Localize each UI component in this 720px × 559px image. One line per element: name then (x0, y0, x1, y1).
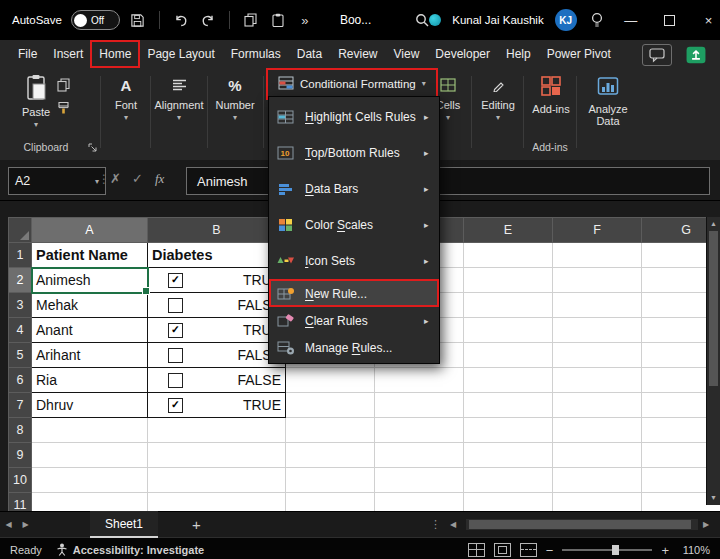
zoom-in-button[interactable]: + (661, 543, 669, 558)
checkbox-unchecked[interactable] (168, 298, 183, 313)
cell[interactable]: FALSE (148, 343, 286, 368)
cell[interactable] (286, 418, 375, 443)
cell[interactable]: Patient Name (32, 243, 148, 268)
cell[interactable] (286, 393, 375, 418)
row-header-8[interactable]: 8 (9, 418, 32, 443)
select-all-corner[interactable] (9, 218, 32, 243)
conditional-formatting-button[interactable]: Conditional Formatting ▾ (270, 72, 434, 96)
cell[interactable] (464, 418, 553, 443)
font-group-button[interactable]: A Font ▾ (103, 74, 149, 144)
dialog-launcher-icon[interactable] (88, 143, 97, 152)
cell[interactable]: ✓TRUE (148, 318, 286, 343)
cell[interactable] (375, 368, 464, 393)
cell[interactable]: Animesh (32, 268, 148, 293)
checkbox-checked[interactable]: ✓ (168, 273, 183, 288)
column-header-b[interactable]: B (148, 218, 286, 243)
cell[interactable] (464, 343, 553, 368)
zoom-out-button[interactable]: − (546, 543, 554, 558)
cell[interactable] (553, 318, 642, 343)
cell[interactable] (148, 443, 286, 468)
cell[interactable] (464, 368, 553, 393)
cell[interactable] (32, 468, 148, 493)
tab-page-layout[interactable]: Page Layout (139, 41, 222, 67)
page-layout-view-icon[interactable] (494, 543, 511, 557)
toolbar-overflow-icon[interactable]: » (296, 11, 314, 29)
cell[interactable] (375, 393, 464, 418)
tab-home[interactable]: Home (91, 41, 139, 67)
hscroll-left-icon[interactable]: ◀ (450, 512, 456, 537)
cell[interactable] (375, 443, 464, 468)
alignment-group-button[interactable]: Alignment ▾ (152, 74, 206, 144)
row-header-7[interactable]: 7 (9, 393, 32, 418)
row-header-6[interactable]: 6 (9, 368, 32, 393)
scroll-up-icon[interactable]: ▲ (710, 217, 717, 231)
row-header-2[interactable]: 2 (9, 268, 32, 293)
sheet-tab-sheet1[interactable]: Sheet1 (90, 511, 158, 538)
row-header-3[interactable]: 3 (9, 293, 32, 318)
menu-item-color-scales[interactable]: Color Scales▸ (269, 207, 439, 243)
cell[interactable]: Anant (32, 318, 148, 343)
checkbox-unchecked[interactable] (168, 373, 183, 388)
comments-button[interactable] (642, 44, 672, 66)
tab-review[interactable]: Review (330, 41, 385, 67)
accessibility-status[interactable]: Accessibility: Investigate (56, 543, 204, 558)
cell[interactable] (464, 393, 553, 418)
menu-item-top-bottom-rules[interactable]: 10Top/Bottom Rules▸ (269, 135, 439, 171)
cell[interactable] (553, 343, 642, 368)
cell[interactable] (464, 468, 553, 493)
document-title[interactable]: Boo... (340, 13, 371, 27)
analyze-data-button[interactable]: Analyze Data (580, 74, 636, 144)
cell[interactable] (464, 318, 553, 343)
cell[interactable]: Mehak (32, 293, 148, 318)
cell[interactable]: Dhruv (32, 393, 148, 418)
checkbox-checked[interactable]: ✓ (168, 323, 183, 338)
maximize-button[interactable] (656, 0, 684, 40)
scroll-down-icon[interactable]: ▼ (710, 491, 717, 505)
cell[interactable] (464, 443, 553, 468)
editing-group-button[interactable]: Editing ▾ (474, 74, 522, 144)
menu-item-clear-rules[interactable]: Clear Rules▸ (269, 307, 439, 334)
column-header-f[interactable]: F (553, 218, 642, 243)
cell[interactable] (32, 418, 148, 443)
sheet-nav-right-icon[interactable]: ▶ (17, 520, 34, 529)
sheet-nav-left-icon[interactable]: ◀ (0, 520, 17, 529)
cell[interactable] (553, 418, 642, 443)
menu-item-manage-rules[interactable]: Manage Rules... (269, 334, 439, 361)
undo-icon[interactable] (172, 11, 190, 29)
cell[interactable] (286, 443, 375, 468)
user-name[interactable]: Kunal Jai Kaushik (452, 14, 543, 26)
menu-item-highlight-cells-rules[interactable]: Highlight Cells Rules▸ (269, 99, 439, 135)
tab-insert[interactable]: Insert (45, 41, 91, 67)
menu-item-data-bars[interactable]: Data Bars▸ (269, 171, 439, 207)
hscroll-thumb[interactable] (469, 520, 691, 529)
autosave-toggle[interactable]: Off (71, 10, 120, 30)
cell[interactable]: ✓TRUE (148, 393, 286, 418)
cell[interactable] (553, 468, 642, 493)
cell[interactable] (286, 368, 375, 393)
zoom-slider[interactable] (562, 549, 652, 551)
redo-icon[interactable] (199, 11, 217, 29)
cell[interactable] (553, 243, 642, 268)
zoom-level[interactable]: 110% (678, 544, 710, 556)
cell[interactable]: Ria (32, 368, 148, 393)
save-icon[interactable] (129, 11, 147, 29)
cell[interactable] (553, 443, 642, 468)
cell[interactable]: ✓TRUE (148, 268, 286, 293)
close-button[interactable]: × (695, 0, 720, 40)
menu-item-new-rule[interactable]: New Rule... (269, 279, 439, 307)
minimize-button[interactable]: — (617, 0, 645, 40)
menu-item-icon-sets[interactable]: Icon Sets▸ (269, 243, 439, 279)
cell[interactable] (32, 443, 148, 468)
search-icon[interactable] (415, 11, 429, 29)
fill-handle[interactable] (142, 287, 150, 295)
avatar[interactable]: KJ (555, 9, 577, 31)
share-button[interactable] (682, 45, 710, 65)
cell[interactable] (375, 418, 464, 443)
clipboard-icon[interactable] (269, 11, 287, 29)
tab-view[interactable]: View (386, 41, 428, 67)
cell[interactable]: FALSE (148, 368, 286, 393)
checkbox-unchecked[interactable] (168, 348, 183, 363)
copy-icon[interactable] (57, 78, 70, 92)
cell[interactable] (553, 393, 642, 418)
add-ins-button[interactable]: Add-ins (528, 74, 574, 144)
